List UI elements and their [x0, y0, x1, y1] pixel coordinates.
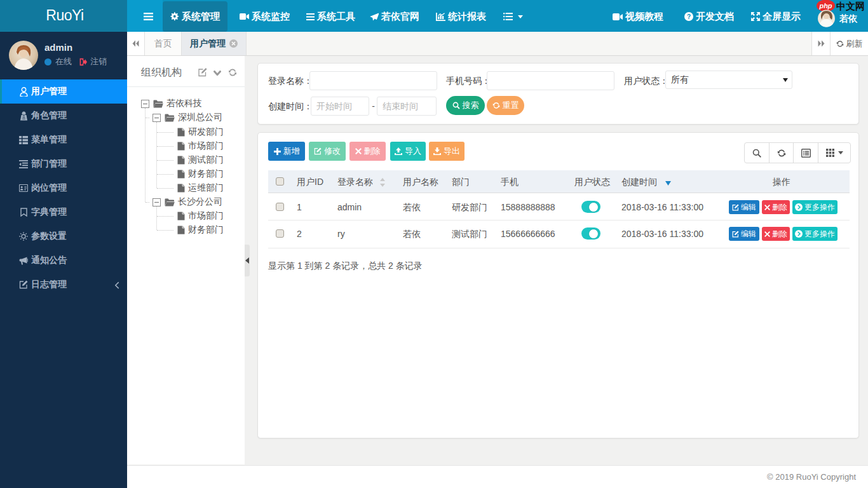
svg-text:中文网: 中文网	[836, 1, 865, 11]
svg-text:?: ?	[687, 13, 691, 20]
svg-text:若依: 若依	[839, 13, 858, 24]
svg-text:php: php	[818, 2, 832, 10]
